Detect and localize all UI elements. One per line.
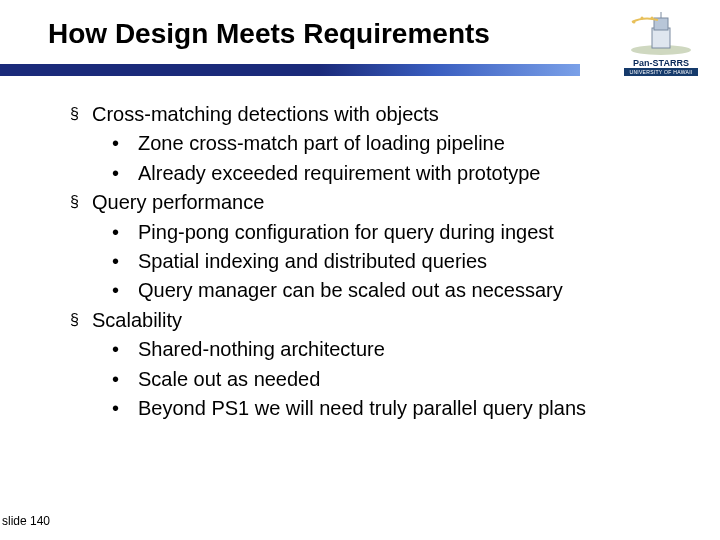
bullet-marker: •	[112, 218, 138, 246]
list-item: •Query manager can be scaled out as nece…	[112, 276, 660, 304]
page-title: How Design Meets Requirements	[0, 0, 720, 50]
bullet-text: Cross-matching detections with objects	[92, 100, 439, 128]
list-item: •Shared-nothing architecture	[112, 335, 660, 363]
bullet-marker: •	[112, 276, 138, 304]
bullet-text: Scale out as needed	[138, 365, 320, 393]
bullet-text: Already exceeded requirement with protot…	[138, 159, 540, 187]
list-item: §Query performance	[70, 188, 660, 216]
bullet-marker: •	[112, 335, 138, 363]
bullet-marker: •	[112, 394, 138, 422]
list-item: §Scalability	[70, 306, 660, 334]
slide-number: slide 140	[2, 514, 50, 528]
bullet-text: Scalability	[92, 306, 182, 334]
list-item: §Cross-matching detections with objects	[70, 100, 660, 128]
title-underline	[0, 64, 580, 76]
logo: Pan-STARRS UNIVERSITY OF HAWAII	[624, 12, 698, 76]
bullet-marker: §	[70, 188, 92, 214]
list-item: •Scale out as needed	[112, 365, 660, 393]
bullet-content: §Cross-matching detections with objects …	[0, 76, 720, 422]
list-item: •Already exceeded requirement with proto…	[112, 159, 660, 187]
bullet-marker: •	[112, 129, 138, 157]
list-item: •Zone cross-match part of loading pipeli…	[112, 129, 660, 157]
logo-name: Pan-STARRS	[624, 58, 698, 68]
list-item: •Ping-pong configuration for query durin…	[112, 218, 660, 246]
bullet-text: Query manager can be scaled out as neces…	[138, 276, 563, 304]
svg-point-7	[651, 17, 654, 20]
bullet-text: Beyond PS1 we will need truly parallel q…	[138, 394, 586, 422]
bullet-text: Zone cross-match part of loading pipelin…	[138, 129, 505, 157]
svg-point-5	[633, 21, 636, 24]
bullet-marker: •	[112, 159, 138, 187]
list-item: •Beyond PS1 we will need truly parallel …	[112, 394, 660, 422]
list-item: •Spatial indexing and distributed querie…	[112, 247, 660, 275]
bullet-text: Spatial indexing and distributed queries	[138, 247, 487, 275]
bullet-text: Ping-pong configuration for query during…	[138, 218, 554, 246]
telescope-icon	[624, 12, 698, 56]
logo-subtitle: UNIVERSITY OF HAWAII	[624, 68, 698, 76]
bullet-marker: •	[112, 247, 138, 275]
bullet-text: Query performance	[92, 188, 264, 216]
svg-point-6	[641, 17, 644, 20]
svg-rect-2	[652, 28, 670, 48]
bullet-text: Shared-nothing architecture	[138, 335, 385, 363]
bullet-marker: •	[112, 365, 138, 393]
bullet-marker: §	[70, 100, 92, 126]
bullet-marker: §	[70, 306, 92, 332]
